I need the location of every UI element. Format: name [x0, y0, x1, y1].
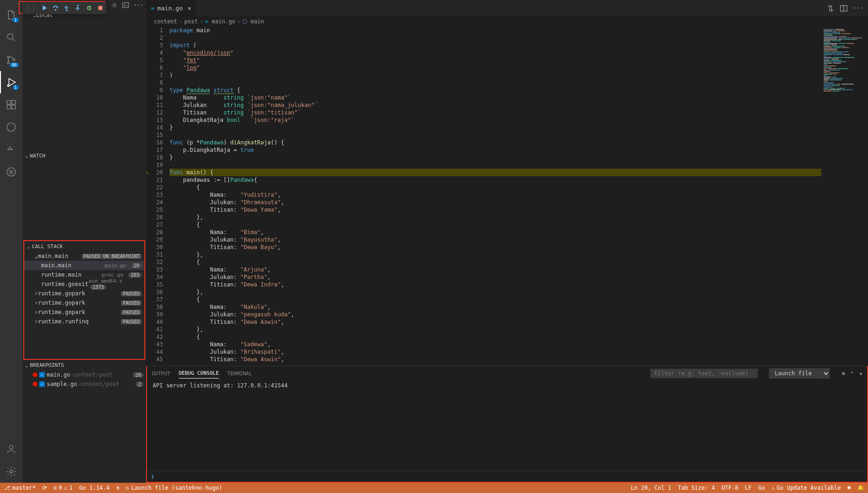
svg-point-5	[7, 56, 9, 58]
callstack-thread[interactable]: ›runtime.goparkPAUSED	[24, 289, 144, 298]
go-update[interactable]: ⚠ Go Update Available	[771, 485, 841, 491]
tab-main-go[interactable]: ∞ main.go ✕	[146, 0, 196, 16]
callstack-thread[interactable]: ›runtime.runfinqPAUSED	[24, 317, 144, 326]
highlight-box-callstack: ⌄Call Stack ⌄main.mainPAUSED ON BREAKPOI…	[23, 240, 145, 360]
language-mode[interactable]: Go	[758, 485, 765, 491]
branch-status[interactable]: ⎇ master*	[4, 485, 36, 491]
svg-rect-15	[9, 149, 11, 150]
callstack-thread[interactable]: ⌄main.mainPAUSED ON BREAKPOINT	[24, 251, 144, 261]
svg-point-21	[114, 4, 116, 6]
svg-rect-10	[7, 105, 11, 109]
breakpoint-item[interactable]: ✓sample.go content/post2	[22, 379, 146, 389]
cursor-position[interactable]: Ln 20, Col 1	[631, 485, 671, 491]
close-panel-icon[interactable]: ✕	[859, 371, 862, 377]
svg-rect-3	[99, 6, 103, 10]
feedback-icon[interactable]: ☻	[847, 485, 851, 491]
more-icon[interactable]: ···	[134, 2, 144, 8]
debug-sidebar: ··· ⌄Variables ⌄Local ⌄Watch ⌄Call Stack…	[22, 0, 146, 483]
debug-console-icon[interactable]	[122, 2, 129, 8]
line-gutter: 1234567891011121314151617181920▷21222324…	[146, 27, 169, 366]
svg-point-7	[13, 59, 15, 61]
source-control-icon[interactable]: 86	[0, 49, 22, 71]
chevron-down-icon: ⌄	[27, 244, 30, 249]
continue-button[interactable]	[41, 5, 48, 11]
eol[interactable]: LF	[745, 485, 751, 491]
settings-icon[interactable]	[0, 460, 22, 483]
explorer-badge: 1	[13, 18, 19, 22]
editor-area: ∞ main.go ✕ ··· content›post›∞ main.go›⬡…	[146, 0, 868, 483]
minimap[interactable]	[821, 27, 868, 366]
console-line: API server listening at: 127.0.0.1:41544	[153, 382, 861, 389]
explorer-icon[interactable]: 1	[0, 4, 22, 26]
debug-icon[interactable]: 1	[0, 71, 22, 93]
bottom-panel: Output Debug Console Terminal Launch fil…	[146, 366, 868, 483]
console-output: API server listening at: 127.0.0.1:41544	[147, 380, 867, 471]
launch-status[interactable]: ▷ Launch file (santekno-hugo)	[126, 485, 222, 491]
tab-debug-console[interactable]: Debug Console	[179, 368, 219, 379]
svg-rect-11	[12, 105, 15, 109]
account-icon[interactable]	[0, 438, 22, 460]
restart-button[interactable]	[86, 5, 92, 11]
breakpoint-item[interactable]: ✓main.go content/post20	[22, 370, 146, 379]
svg-point-8	[7, 85, 9, 86]
status-bar: ⎇ master* ⟳ ⊘ 0 ⚠ 1 Go 1.14.4 ⚗ ▷ Launch…	[0, 483, 868, 493]
stack-frame[interactable]: runtime.goexitasm_amd64.s 1373	[24, 279, 144, 289]
svg-rect-16	[11, 149, 13, 150]
callstack-title: Call Stack	[32, 243, 63, 250]
drag-handle-icon[interactable]: ⋮⋮	[25, 5, 36, 11]
chevron-down-icon: ⌄	[25, 363, 28, 368]
step-into-button[interactable]	[64, 5, 70, 11]
step-over-button[interactable]	[52, 5, 59, 11]
breakpoints-title: Breakpoints	[30, 362, 64, 368]
clear-icon[interactable]: ≡	[842, 371, 845, 377]
launch-select[interactable]: Launch file	[769, 368, 830, 379]
breakpoints-header[interactable]: ⌄Breakpoints	[22, 360, 146, 370]
sync-icon[interactable]: ⟳	[42, 485, 47, 491]
split-editor-icon[interactable]	[840, 5, 847, 12]
callstack-header[interactable]: ⌄Call Stack	[24, 241, 144, 251]
stack-frame[interactable]: main.mainmain.go 20	[24, 261, 144, 270]
tab-output[interactable]: Output	[152, 369, 170, 379]
stop-button[interactable]	[97, 5, 104, 11]
more-icon[interactable]: ···	[853, 5, 863, 12]
debug-input[interactable]: ❯	[147, 471, 867, 482]
svg-rect-17	[9, 147, 11, 148]
debug-badge: 1	[13, 85, 19, 90]
scm-badge: 86	[10, 63, 19, 67]
svg-rect-14	[7, 149, 9, 150]
svg-point-2	[77, 5, 79, 7]
step-out-button[interactable]	[75, 5, 81, 11]
close-icon[interactable]: ✕	[188, 5, 191, 12]
callstack-thread[interactable]: ›runtime.goparkPAUSED	[24, 307, 144, 317]
search-icon[interactable]	[0, 26, 22, 49]
problems-status[interactable]: ⊘ 0 ⚠ 1	[54, 485, 73, 491]
svg-point-0	[55, 9, 56, 11]
svg-rect-9	[7, 100, 11, 104]
spotify-icon[interactable]	[0, 161, 22, 183]
gear-icon[interactable]	[111, 2, 118, 8]
extensions-icon[interactable]	[0, 93, 22, 116]
filter-input[interactable]	[650, 369, 758, 378]
remote-icon[interactable]	[0, 116, 22, 138]
tab-terminal[interactable]: Terminal	[227, 369, 252, 379]
watch-header[interactable]: ⌄Watch	[22, 150, 146, 161]
svg-point-19	[9, 445, 13, 449]
code-content[interactable]: package main import ( "encoding/json" "f…	[169, 27, 821, 366]
breadcrumb[interactable]: content›post›∞ main.go›⬡ main	[146, 16, 868, 27]
tab-size[interactable]: Tab Size: 4	[678, 485, 715, 491]
bell-icon[interactable]: 🔔	[857, 485, 864, 491]
analysis-icon[interactable]: ⚗	[116, 485, 120, 491]
tab-label: main.go	[157, 5, 183, 12]
activity-bar: 1 86 1	[0, 0, 22, 483]
debug-toolbar: ⋮⋮	[22, 2, 106, 14]
encoding[interactable]: UTF-8	[721, 485, 738, 491]
collapse-icon[interactable]: ⌃	[851, 371, 854, 377]
compare-icon[interactable]	[827, 5, 834, 12]
go-file-icon: ∞	[151, 5, 155, 12]
go-version-status[interactable]: Go 1.14.4	[79, 485, 110, 491]
callstack-thread[interactable]: ›runtime.goparkPAUSED	[24, 298, 144, 307]
watch-title: Watch	[30, 153, 45, 159]
svg-rect-22	[123, 3, 128, 8]
svg-point-13	[7, 123, 15, 131]
docker-icon[interactable]	[0, 138, 22, 161]
